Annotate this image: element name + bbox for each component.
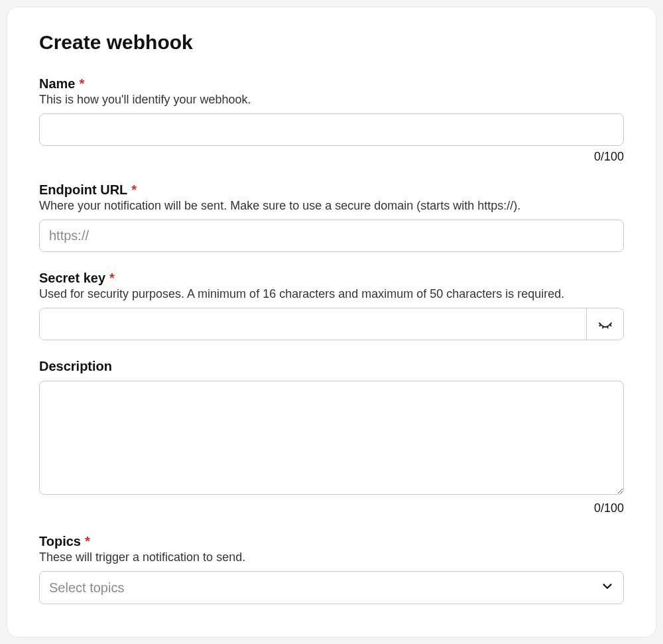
label-row: Endpoint URL * (39, 182, 624, 198)
name-help: This is how you'll identify your webhook… (39, 93, 624, 107)
svg-line-0 (599, 324, 601, 326)
required-asterisk: * (85, 535, 90, 548)
field-description: Description 0/100 (39, 359, 624, 515)
field-topics: Topics * These will trigger a notificati… (39, 534, 624, 604)
description-counter: 0/100 (39, 501, 624, 515)
toggle-visibility-button[interactable] (586, 308, 623, 340)
required-asterisk: * (79, 77, 84, 90)
topics-select-wrap: Select topics (39, 571, 624, 604)
endpoint-help: Where your notification will be sent. Ma… (39, 199, 624, 213)
label-row: Name * (39, 76, 624, 92)
secret-label: Secret key (39, 271, 105, 286)
secret-input[interactable] (40, 308, 586, 340)
secret-input-group (39, 308, 624, 340)
svg-line-1 (603, 326, 603, 328)
topics-placeholder: Select topics (49, 580, 124, 596)
required-asterisk: * (131, 183, 137, 196)
svg-line-3 (610, 324, 611, 326)
label-row: Secret key * (39, 271, 624, 286)
secret-help: Used for security purposes. A minimum of… (39, 287, 624, 301)
field-secret: Secret key * Used for security purposes.… (39, 271, 624, 340)
name-label: Name (39, 76, 75, 92)
topics-select[interactable]: Select topics (39, 571, 624, 604)
page-title: Create webhook (39, 31, 624, 54)
field-endpoint: Endpoint URL * Where your notification w… (39, 182, 624, 252)
topics-help: These will trigger a notification to sen… (39, 550, 624, 564)
svg-line-2 (607, 326, 608, 328)
name-counter: 0/100 (39, 150, 624, 164)
description-input[interactable] (39, 381, 624, 495)
eye-closed-icon (597, 315, 613, 333)
description-label: Description (39, 359, 112, 374)
topics-label: Topics (39, 534, 81, 549)
field-name: Name * This is how you'll identify your … (39, 76, 624, 164)
required-asterisk: * (109, 271, 115, 285)
endpoint-input[interactable] (39, 220, 624, 252)
label-row: Topics * (39, 534, 624, 549)
endpoint-label: Endpoint URL (39, 182, 127, 198)
name-input[interactable] (39, 113, 624, 146)
label-row: Description (39, 359, 624, 374)
create-webhook-card: Create webhook Name * This is how you'll… (7, 7, 656, 637)
